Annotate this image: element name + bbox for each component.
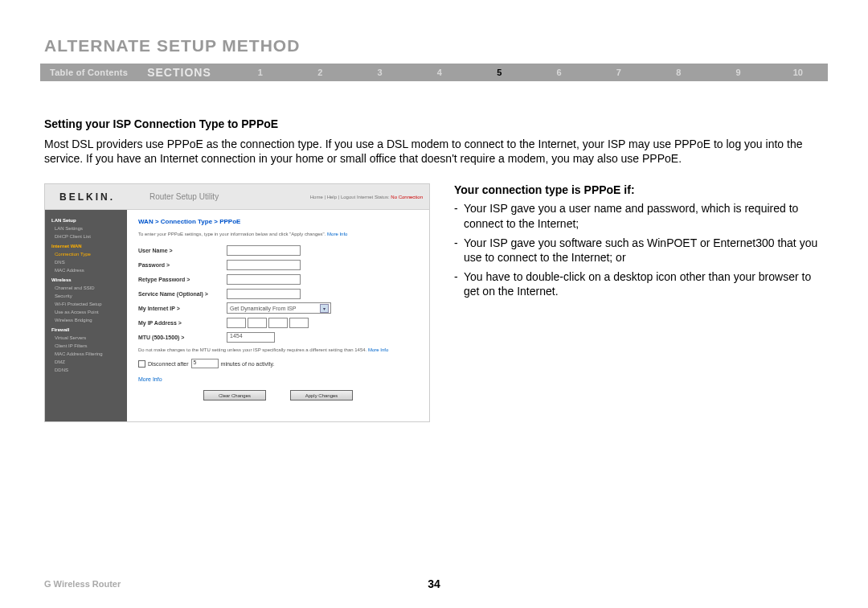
router-breadcrumb: WAN > Connection Type > PPPoE bbox=[138, 218, 418, 225]
nav-section-9[interactable]: 9 bbox=[708, 68, 768, 77]
nav-section-4[interactable]: 4 bbox=[410, 68, 469, 77]
chevron-down-icon: ▾ bbox=[320, 304, 329, 313]
nav-section-6[interactable]: 6 bbox=[529, 68, 588, 77]
sb-mac-filtering[interactable]: MAC Address Filtering bbox=[45, 350, 127, 358]
label-service-name: Service Name (Optional) > bbox=[138, 291, 227, 297]
page-footer: G Wireless Router 34 bbox=[0, 577, 868, 590]
mtu-note-text: Do not make changes to the MTU setting u… bbox=[138, 347, 368, 352]
input-mtu[interactable]: 1454 bbox=[227, 332, 275, 343]
router-header-links: Home | Help | Logout Internet Status: No… bbox=[310, 195, 429, 199]
nav-section-10[interactable]: 10 bbox=[768, 68, 828, 77]
label-my-ip-address: My IP Address > bbox=[138, 320, 227, 326]
sb-security[interactable]: Security bbox=[45, 292, 127, 300]
clear-changes-button[interactable]: Clear Changes bbox=[203, 390, 266, 401]
bullet-1-text: Your ISP gave you a user name and passwo… bbox=[464, 201, 824, 230]
sb-group-wireless: Wireless bbox=[45, 274, 127, 284]
sb-dns[interactable]: DNS bbox=[45, 258, 127, 266]
label-password: Password > bbox=[138, 262, 227, 268]
label-user-name: User Name > bbox=[138, 248, 227, 253]
right-column: Your connection type is PPPoE if: -Your … bbox=[454, 183, 824, 422]
nav-section-7[interactable]: 7 bbox=[589, 68, 649, 77]
ip-octet-2[interactable] bbox=[248, 318, 267, 328]
label-retype-password: Retype Password > bbox=[138, 277, 227, 282]
page-number: 34 bbox=[304, 577, 563, 590]
footer-product-name: G Wireless Router bbox=[44, 579, 304, 589]
bullet-3: -You have to double-click on a desktop i… bbox=[454, 269, 824, 298]
nav-section-8[interactable]: 8 bbox=[649, 68, 708, 77]
section-nav: Table of Contents SECTIONS 1 2 3 4 5 6 7… bbox=[40, 64, 828, 81]
sb-dhcp-client-list[interactable]: DHCP Client List bbox=[45, 232, 127, 240]
router-main: WAN > Connection Type > PPPoE To enter y… bbox=[127, 210, 429, 421]
input-retype-password[interactable] bbox=[227, 274, 301, 285]
router-sidebar: LAN Setup LAN Settings DHCP Client List … bbox=[45, 210, 127, 421]
select-internet-ip-value: Get Dynamically From ISP bbox=[230, 306, 296, 311]
bullet-2: -Your ISP gave you software such as WinP… bbox=[454, 236, 824, 265]
select-internet-ip[interactable]: Get Dynamically From ISP ▾ bbox=[227, 302, 331, 314]
sb-lan-settings[interactable]: LAN Settings bbox=[45, 224, 127, 232]
nav-section-3[interactable]: 3 bbox=[350, 68, 409, 77]
mtu-more-info-link[interactable]: More Info bbox=[368, 347, 388, 352]
sb-connection-type[interactable]: Connection Type bbox=[45, 250, 127, 258]
page-title: ALTERNATE SETUP METHOD bbox=[0, 0, 868, 64]
input-user-name[interactable] bbox=[227, 245, 301, 256]
disconnect-more-info-link[interactable]: More Info bbox=[138, 376, 418, 382]
router-instructions: To enter your PPPoE settings, type in yo… bbox=[138, 232, 418, 236]
mtu-note: Do not make changes to the MTU setting u… bbox=[138, 347, 418, 354]
more-info-link[interactable]: More Info bbox=[327, 232, 347, 236]
belkin-logo: BELKIN. bbox=[45, 191, 127, 203]
router-instr-text: To enter your PPPoE settings, type in yo… bbox=[138, 232, 327, 236]
apply-changes-button[interactable]: Apply Changes bbox=[290, 390, 353, 401]
label-mtu: MTU (500-1500) > bbox=[138, 335, 227, 340]
router-setup-screenshot: BELKIN. Router Setup Utility Home | Help… bbox=[44, 183, 430, 422]
router-header-links-text: Home | Help | Logout Internet Status: bbox=[310, 195, 391, 199]
router-header-title: Router Setup Utility bbox=[127, 192, 310, 201]
section-heading: Setting your ISP Connection Type to PPPo… bbox=[44, 117, 824, 130]
nav-toc[interactable]: Table of Contents bbox=[40, 68, 139, 77]
pppoe-conditions-heading: Your connection type is PPPoE if: bbox=[454, 183, 824, 196]
sb-group-lan: LAN Setup bbox=[45, 215, 127, 224]
nav-section-2[interactable]: 2 bbox=[290, 68, 350, 77]
router-status: No Connection bbox=[391, 195, 423, 199]
input-disconnect-minutes[interactable]: 5 bbox=[191, 359, 219, 368]
sb-dmz[interactable]: DMZ bbox=[45, 358, 127, 366]
main-content: Setting your ISP Connection Type to PPPo… bbox=[0, 81, 868, 422]
input-service-name[interactable] bbox=[227, 289, 301, 299]
nav-sections-label: SECTIONS bbox=[139, 66, 231, 79]
bullet-1: -Your ISP gave you a user name and passw… bbox=[454, 201, 824, 230]
checkbox-disconnect[interactable] bbox=[138, 360, 145, 368]
sb-group-firewall: Firewall bbox=[45, 324, 127, 334]
body-text: Most DSL providers use PPPoE as the conn… bbox=[44, 137, 824, 166]
sb-access-point[interactable]: Use as Access Point bbox=[45, 308, 127, 316]
label-my-internet-ip: My Internet IP > bbox=[138, 306, 227, 311]
sb-wps[interactable]: Wi-Fi Protected Setup bbox=[45, 300, 127, 308]
input-password[interactable] bbox=[227, 260, 301, 270]
sb-virtual-servers[interactable]: Virtual Servers bbox=[45, 334, 127, 342]
sb-client-ip-filters[interactable]: Client IP Filters bbox=[45, 342, 127, 350]
sb-wireless-bridging[interactable]: Wireless Bridging bbox=[45, 316, 127, 324]
disconnect-label-post: minutes of no activity. bbox=[221, 361, 275, 367]
sb-channel-ssid[interactable]: Channel and SSID bbox=[45, 284, 127, 292]
sb-ddns[interactable]: DDNS bbox=[45, 366, 127, 374]
nav-section-5[interactable]: 5 bbox=[469, 68, 529, 77]
ip-octet-3[interactable] bbox=[268, 318, 288, 328]
sb-mac-address[interactable]: MAC Address bbox=[45, 266, 127, 274]
nav-section-1[interactable]: 1 bbox=[231, 68, 290, 77]
router-header: BELKIN. Router Setup Utility Home | Help… bbox=[45, 184, 429, 210]
bullet-2-text: Your ISP gave you software such as WinPO… bbox=[464, 236, 824, 265]
disconnect-label-pre: Disconnect after bbox=[148, 361, 189, 367]
sb-group-wan: Internet WAN bbox=[45, 240, 127, 250]
bullet-3-text: You have to double-click on a desktop ic… bbox=[464, 269, 824, 298]
ip-octet-1[interactable] bbox=[227, 318, 246, 328]
ip-address-group bbox=[227, 318, 309, 328]
ip-octet-4[interactable] bbox=[289, 318, 309, 328]
